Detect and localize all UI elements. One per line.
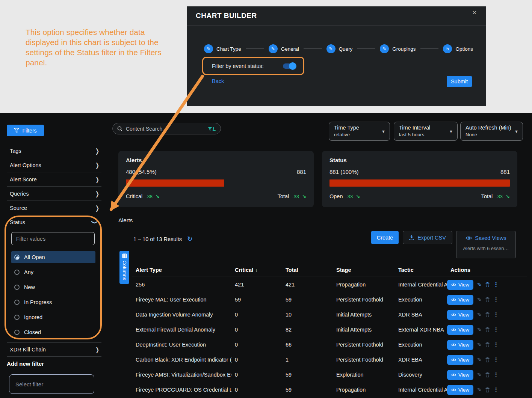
annotation-note: This option specifies whether data displ… [26, 27, 174, 68]
edit-icon[interactable]: ✎ [477, 327, 482, 333]
edit-icon[interactable]: ✎ [477, 357, 482, 363]
delete-icon[interactable] [485, 297, 490, 302]
header-total[interactable]: Total [282, 267, 333, 273]
modal-header: CHART BUILDER [187, 6, 486, 26]
select-filter-input[interactable] [9, 374, 94, 394]
step-number: 5 [443, 44, 452, 53]
status-bar [329, 179, 510, 187]
filter-values-input[interactable] [11, 232, 95, 245]
status-open-value: 881 (100%) [329, 169, 359, 175]
status-option-new[interactable]: New [11, 281, 95, 293]
view-button[interactable]: View [447, 280, 473, 290]
sidebar-item-xdr-kill-chain[interactable]: XDR Kill Chain ❯ [7, 342, 101, 357]
toggle-knob [289, 62, 296, 70]
sidebar-item-status[interactable]: Status ❯ [10, 217, 97, 228]
edit-icon[interactable]: ✎ [477, 387, 482, 393]
step-options[interactable]: 5 Options [443, 44, 473, 53]
header-stage[interactable]: Stage [333, 267, 395, 273]
step-chart-type[interactable]: ✎ Chart Type [204, 44, 241, 53]
header-tactic[interactable]: Tactic [395, 267, 447, 273]
time-type-dropdown[interactable]: Time Type relative ▼ [329, 122, 390, 141]
delete-icon[interactable] [485, 327, 490, 332]
step-groupings[interactable]: ✎ Groupings [380, 44, 416, 53]
delete-icon[interactable] [485, 372, 490, 377]
table-body: 256 421 421 Propagation Internal Credent… [132, 277, 527, 397]
header-alert-type[interactable]: Alert Type [132, 267, 231, 273]
sidebar-item-source[interactable]: Source ❯ [7, 201, 101, 215]
delete-icon[interactable] [485, 282, 490, 287]
create-button[interactable]: Create [371, 231, 399, 244]
chevron-right-icon: ❯ [95, 147, 99, 155]
edit-icon[interactable]: ✎ [477, 312, 482, 318]
status-summary-card: Status 881 (100%) 881 Open -33 ↘ Total -… [322, 151, 517, 207]
eye-icon [451, 327, 456, 332]
more-options-icon[interactable]: ⋮ [493, 311, 499, 318]
search-icon [117, 126, 122, 131]
step-general[interactable]: ✎ General [269, 44, 299, 53]
view-button[interactable]: View [447, 310, 473, 320]
view-button[interactable]: View [447, 355, 473, 365]
more-options-icon[interactable]: ⋮ [493, 386, 499, 393]
delete-icon[interactable] [485, 312, 490, 317]
header-critical[interactable]: Critical↓ [231, 267, 282, 273]
delete-icon[interactable] [485, 342, 490, 347]
columns-button[interactable]: Columns [119, 251, 129, 284]
delete-icon[interactable] [485, 387, 490, 392]
status-option-all-open[interactable]: All Open [11, 251, 95, 263]
edit-icon[interactable]: ✎ [477, 372, 482, 378]
filters-button[interactable]: Filters [7, 125, 44, 136]
lucene-toggle-icon[interactable]: L [208, 126, 216, 131]
search-input[interactable] [125, 125, 206, 132]
eye-icon [451, 342, 456, 347]
status-option-closed[interactable]: Closed [11, 326, 95, 338]
edit-icon[interactable]: ✎ [477, 282, 482, 288]
export-csv-button[interactable]: Export CSV [403, 231, 452, 244]
more-options-icon[interactable]: ⋮ [493, 341, 499, 348]
delete-icon[interactable] [485, 357, 490, 362]
status-options: All Open Any New In Progress Ignored Clo… [11, 251, 95, 341]
step-done-icon: ✎ [204, 44, 213, 53]
saved-views-button[interactable]: Saved Views Alerts with 6 essen… [456, 231, 516, 258]
status-option-any[interactable]: Any [11, 266, 95, 278]
content-search: L [112, 123, 221, 134]
step-done-icon: ✎ [326, 44, 336, 53]
sidebar-item-queries[interactable]: Queries ❯ [7, 187, 101, 201]
time-interval-dropdown[interactable]: Time Interval last 5 hours ▼ [394, 122, 458, 141]
eye-icon [451, 387, 456, 392]
trend-down-icon: ↘ [156, 194, 160, 199]
view-button[interactable]: View [447, 385, 473, 395]
back-link[interactable]: Back [212, 78, 224, 84]
sidebar-item-alert-score[interactable]: Alert Score ❯ [7, 172, 101, 187]
status-option-in-progress[interactable]: In Progress [11, 296, 95, 308]
more-options-icon[interactable]: ⋮ [493, 356, 499, 363]
radio-icon [14, 285, 20, 290]
view-button[interactable]: View [447, 295, 473, 305]
auto-refresh-dropdown[interactable]: Auto Refresh (Min) None ▼ [460, 122, 523, 141]
step-query[interactable]: ✎ Query [326, 44, 353, 53]
view-button[interactable]: View [447, 325, 473, 335]
eye-icon [451, 312, 456, 317]
status-option-ignored[interactable]: Ignored [11, 311, 95, 323]
toggle-label: Filter by event status: [212, 63, 264, 69]
sidebar-item-tags[interactable]: Tags ❯ [7, 144, 101, 158]
toggle-annotation-box: Filter by event status: [202, 57, 304, 75]
more-options-icon[interactable]: ⋮ [493, 371, 499, 378]
eye-icon [451, 357, 456, 362]
step-done-icon: ✎ [269, 44, 278, 53]
view-button[interactable]: View [447, 370, 473, 380]
more-options-icon[interactable]: ⋮ [493, 296, 499, 303]
edit-icon[interactable]: ✎ [477, 342, 482, 348]
event-status-toggle[interactable] [283, 63, 296, 69]
funnel-icon [14, 128, 19, 133]
view-button[interactable]: View [447, 340, 473, 350]
refresh-icon[interactable]: ↻ [187, 235, 192, 243]
results-count: 1 – 10 of 13 Results ↻ [133, 235, 192, 243]
eye-icon [451, 372, 456, 377]
submit-button[interactable]: Submit [447, 76, 472, 87]
caret-down-icon: ▼ [449, 129, 453, 134]
sidebar-item-alert-options[interactable]: Alert Options ❯ [7, 158, 101, 172]
close-icon[interactable]: ✕ [472, 9, 477, 16]
more-options-icon[interactable]: ⋮ [493, 326, 499, 333]
edit-icon[interactable]: ✎ [477, 297, 482, 303]
more-options-icon[interactable]: ⋮ [493, 281, 499, 288]
